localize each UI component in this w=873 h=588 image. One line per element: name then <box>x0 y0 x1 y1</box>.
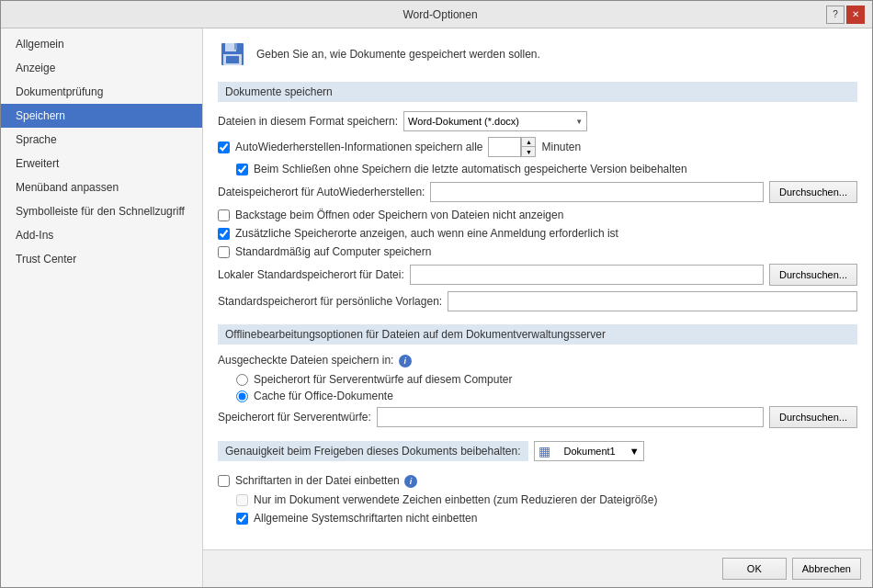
standardspeicherort-label: Standardspeicherort für persönliche Vorl… <box>218 295 442 308</box>
zusaetzliche-row: Zusätzliche Speicherorte anzeigen, auch … <box>218 227 857 240</box>
section-dokumente: Dokumente speichern <box>218 82 857 102</box>
dialog-title: Word-Optionen <box>54 8 826 21</box>
zusaetzliche-label: Zusätzliche Speicherorte anzeigen, auch … <box>235 227 618 240</box>
doc-icon: ▦ <box>539 444 550 458</box>
nurimdokument-label: Nur im Dokument verwendete Zeichen einbe… <box>254 493 658 506</box>
autosave-value[interactable]: 10 <box>488 137 521 157</box>
beim-schliessen-row: Beim Schließen ohne Speichern die letzte… <box>218 163 857 175</box>
nurimdokument-row: Nur im Dokument verwendete Zeichen einbe… <box>218 493 857 506</box>
svg-rect-4 <box>226 56 239 63</box>
sidebar-item-addins[interactable]: Add-Ins <box>1 223 202 247</box>
section-offlinebearbeitung: Offlinebearbeitungsoptionen für Dateien … <box>218 324 857 345</box>
autosave-row: AutoWiederherstellen-Informationen speic… <box>218 137 857 157</box>
allgemeine-label: Allgemeine Systemschriftarten nicht einb… <box>254 512 477 525</box>
allgemeine-checkbox[interactable] <box>236 513 248 525</box>
ausgecheckt-info-icon: i <box>399 355 412 368</box>
durchsuchen1-button[interactable]: Durchsuchen... <box>769 181 857 203</box>
main-content: Geben Sie an, wie Dokumente gespeichert … <box>203 28 872 587</box>
top-info-text: Geben Sie an, wie Dokumente gespeichert … <box>256 48 540 61</box>
cache-radio-row: Cache für Office-Dokumente <box>218 390 857 402</box>
genauigkeit-row: Genauigkeit beim Freigeben dieses Dokume… <box>218 441 857 461</box>
serverentworfe-radio-row: Speicherort für Serverentwürfe auf diese… <box>218 373 857 386</box>
backstage-row: Backstage beim Öffnen oder Speichern von… <box>218 209 857 221</box>
backstage-label: Backstage beim Öffnen oder Speichern von… <box>235 209 563 221</box>
sidebar-item-anzeige[interactable]: Anzeige <box>1 56 202 80</box>
schriftarten-row: Schriftarten in der Datei einbetten i <box>218 474 857 488</box>
lokaler-label: Lokaler Standardspeicherort für Datei: <box>218 268 404 281</box>
sidebar-item-dokumentpruefung[interactable]: Dokumentprüfung <box>1 80 202 104</box>
cache-label: Cache für Office-Dokumente <box>254 390 393 402</box>
save-icon <box>218 40 247 69</box>
autowiederherstellen-path[interactable]: C:\Users\Schulung\AppData\Roaming\Micros… <box>430 182 764 202</box>
speicherort-server-label: Speicherort für Serverentwürfe: <box>218 411 371 424</box>
standardcomputer-label: Standardmäßig auf Computer speichern <box>235 245 431 258</box>
autosave-spinner: 10 ▲ ▼ <box>488 137 536 157</box>
title-bar: Word-Optionen ? ✕ <box>1 1 872 28</box>
format-row: Dateien in diesem Format speichern: Word… <box>218 111 857 131</box>
lokaler-path[interactable]: C:\Users\Schulung\Documents\ <box>410 265 764 285</box>
speicherort-server-row: Speicherort für Serverentwürfe: C:\Users… <box>218 406 857 428</box>
title-bar-buttons: ? ✕ <box>826 6 865 24</box>
spinner-down[interactable]: ▼ <box>522 147 535 156</box>
standardcomputer-row: Standardmäßig auf Computer speichern <box>218 245 857 258</box>
serverentworfe-radio[interactable] <box>236 374 248 386</box>
backstage-checkbox[interactable] <box>218 209 230 221</box>
format-combo-arrow: ▼ <box>575 118 583 126</box>
standardspeicherort-row: Standardspeicherort für persönliche Vorl… <box>218 291 857 311</box>
format-label: Dateien in diesem Format speichern: <box>218 115 398 128</box>
ausgecheckt-label: Ausgecheckte Dateien speichern in: i <box>218 354 412 368</box>
zusaetzliche-checkbox[interactable] <box>218 228 230 240</box>
ausgecheckt-row: Ausgecheckte Dateien speichern in: i <box>218 354 857 368</box>
spinner-up[interactable]: ▲ <box>522 138 535 147</box>
abbrechen-button[interactable]: Abbrechen <box>792 558 861 580</box>
sidebar-item-speichern[interactable]: Speichern <box>1 104 202 128</box>
beim-schliessen-checkbox[interactable] <box>236 164 248 175</box>
autowiederherstellen-row: Dateispeicherort für AutoWiederherstelle… <box>218 181 857 203</box>
genauigkeit-label: Genauigkeit beim Freigeben dieses Dokume… <box>218 441 528 461</box>
durchsuchen3-button[interactable]: Durchsuchen... <box>769 406 857 428</box>
sidebar-item-menueband[interactable]: Menüband anpassen <box>1 175 202 199</box>
top-info: Geben Sie an, wie Dokumente gespeichert … <box>218 40 857 69</box>
cache-radio[interactable] <box>236 390 248 402</box>
serverentworfe-label: Speicherort für Serverentwürfe auf diese… <box>254 373 512 386</box>
sidebar: Allgemein Anzeige Dokumentprüfung Speich… <box>1 28 203 587</box>
spinner-arrows: ▲ ▼ <box>521 137 536 157</box>
speicherort-server-path[interactable]: C:\Users\Schulung\Documents\SharePoint-E… <box>377 407 764 427</box>
schriftarten-info-icon: i <box>404 475 417 488</box>
standardcomputer-checkbox[interactable] <box>218 246 230 258</box>
standardspeicherort-path[interactable]: C:\Users\Schulung\Documents\Benutzerdefi… <box>448 291 857 311</box>
help-button[interactable]: ? <box>826 6 845 24</box>
autosave-checkbox[interactable] <box>218 141 230 153</box>
dialog-footer: OK Abbrechen <box>203 549 872 587</box>
minuten-label: Minuten <box>541 141 581 153</box>
sidebar-item-allgemein[interactable]: Allgemein <box>1 32 202 56</box>
autosave-label: AutoWiederherstellen-Informationen speic… <box>235 141 482 153</box>
beim-schliessen-label: Beim Schließen ohne Speichern die letzte… <box>254 163 687 175</box>
schriftarten-label: Schriftarten in der Datei einbetten i <box>235 474 417 488</box>
sidebar-item-erweitert[interactable]: Erweitert <box>1 152 202 175</box>
doc-combo-arrow: ▼ <box>629 446 640 457</box>
autowiederherstellen-label: Dateispeicherort für AutoWiederherstelle… <box>218 186 425 198</box>
doc-combo[interactable]: ▦ Dokument1 ▼ <box>534 441 644 461</box>
format-combo[interactable]: Word-Dokument (*.docx) ▼ <box>403 111 587 131</box>
lokaler-row: Lokaler Standardspeicherort für Datei: C… <box>218 264 857 286</box>
durchsuchen2-button[interactable]: Durchsuchen... <box>769 264 857 286</box>
sidebar-item-trustcenter[interactable]: Trust Center <box>1 247 202 271</box>
close-button[interactable]: ✕ <box>846 6 865 24</box>
nurimdokument-checkbox[interactable] <box>236 494 248 506</box>
sidebar-item-sprache[interactable]: Sprache <box>1 128 202 152</box>
schriftarten-checkbox[interactable] <box>218 475 230 487</box>
svg-rect-2 <box>234 43 237 50</box>
sidebar-item-symbolleiste[interactable]: Symbolleiste für den Schnellzugriff <box>1 199 202 223</box>
content-area: Geben Sie an, wie Dokumente gespeichert … <box>203 28 872 549</box>
allgemeine-row: Allgemeine Systemschriftarten nicht einb… <box>218 512 857 525</box>
ok-button[interactable]: OK <box>722 558 787 580</box>
